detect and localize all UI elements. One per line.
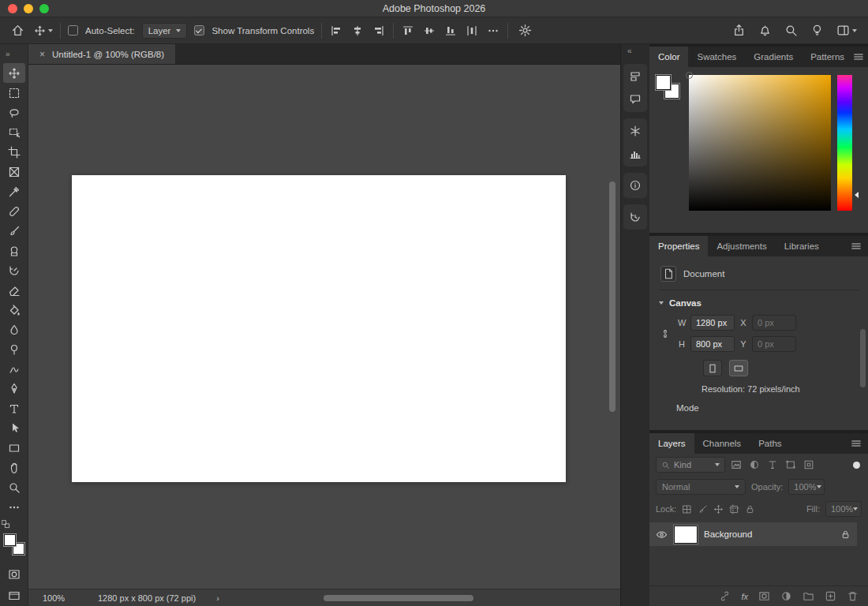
eyedropper-tool[interactable] bbox=[3, 181, 25, 201]
filter-smart-objects-icon[interactable] bbox=[803, 459, 814, 470]
auto-select-checkbox[interactable] bbox=[68, 25, 78, 36]
layer-name[interactable]: Background bbox=[704, 529, 834, 539]
align-center-icon[interactable] bbox=[350, 21, 365, 40]
zoom-window-button[interactable] bbox=[39, 4, 49, 13]
height-field[interactable]: 800 px bbox=[690, 336, 735, 352]
history-brush-tool[interactable] bbox=[3, 260, 25, 280]
portrait-orientation-button[interactable] bbox=[703, 360, 722, 376]
layer-visibility-eye-icon[interactable] bbox=[656, 529, 668, 541]
filter-type-layers-icon[interactable] bbox=[767, 459, 778, 470]
link-layers-icon[interactable] bbox=[719, 590, 731, 602]
discover-lightbulb-icon[interactable] bbox=[807, 21, 826, 40]
crop-tool[interactable] bbox=[3, 142, 25, 162]
minimize-window-button[interactable] bbox=[24, 4, 33, 13]
tab-swatches[interactable]: Swatches bbox=[688, 47, 745, 67]
auto-select-target-dropdown[interactable]: Layer bbox=[142, 23, 188, 39]
lock-all-icon[interactable] bbox=[745, 504, 755, 514]
opacity-dropdown[interactable]: 100% bbox=[788, 479, 825, 495]
tab-color[interactable]: Color bbox=[649, 47, 688, 67]
frame-tool[interactable] bbox=[3, 162, 25, 181]
landscape-orientation-button[interactable] bbox=[729, 360, 748, 376]
blend-mode-dropdown[interactable]: Normal bbox=[656, 479, 746, 495]
snapshot-panel-icon[interactable] bbox=[629, 125, 642, 137]
healing-brush-tool[interactable] bbox=[3, 201, 25, 221]
tab-patterns[interactable]: Patterns bbox=[802, 47, 853, 67]
quick-mask-icon[interactable] bbox=[3, 564, 25, 584]
hue-strip[interactable] bbox=[837, 75, 852, 211]
panel-menu-icon[interactable] bbox=[853, 47, 868, 67]
object-selection-tool[interactable] bbox=[3, 122, 25, 142]
history-panel-icon[interactable] bbox=[629, 211, 642, 223]
home-icon[interactable] bbox=[8, 21, 27, 40]
canvas[interactable] bbox=[72, 175, 566, 482]
distribute-horizontal-icon[interactable] bbox=[465, 21, 479, 40]
workspace-switcher-icon[interactable] bbox=[833, 21, 860, 40]
hue-slider[interactable] bbox=[837, 75, 852, 211]
hand-tool[interactable] bbox=[3, 458, 25, 477]
tab-layers[interactable]: Layers bbox=[649, 433, 694, 454]
gear-icon[interactable] bbox=[515, 21, 534, 40]
info-panel-icon[interactable] bbox=[629, 179, 642, 192]
zoom-tool[interactable] bbox=[3, 477, 25, 497]
share-icon[interactable] bbox=[729, 21, 748, 40]
tab-adjustments[interactable]: Adjustments bbox=[708, 236, 775, 256]
paint-bucket-tool[interactable] bbox=[3, 300, 25, 320]
swap-colors-icon[interactable] bbox=[2, 520, 10, 529]
pen-tool[interactable] bbox=[3, 379, 25, 398]
lasso-tool[interactable] bbox=[3, 103, 25, 122]
lock-position-icon[interactable] bbox=[713, 504, 724, 514]
align-right-icon[interactable] bbox=[372, 21, 386, 40]
close-tab-icon[interactable]: × bbox=[39, 49, 45, 60]
glyphs-panel-icon[interactable] bbox=[629, 70, 642, 83]
show-transform-controls-checkbox[interactable] bbox=[194, 25, 204, 36]
comments-panel-icon[interactable] bbox=[629, 93, 642, 106]
close-window-button[interactable] bbox=[8, 4, 17, 13]
layer-mask-icon[interactable] bbox=[758, 590, 770, 602]
rectangle-shape-tool[interactable] bbox=[3, 438, 25, 458]
path-selection-tool[interactable] bbox=[3, 418, 25, 438]
y-field[interactable]: 0 px bbox=[752, 336, 796, 352]
canvas-viewport[interactable] bbox=[28, 65, 620, 589]
dodge-tool[interactable] bbox=[3, 339, 25, 359]
new-layer-icon[interactable] bbox=[825, 590, 836, 602]
saturation-brightness-field[interactable] bbox=[689, 75, 831, 211]
delete-layer-trash-icon[interactable] bbox=[847, 590, 859, 602]
tab-gradients[interactable]: Gradients bbox=[745, 47, 802, 67]
tab-properties[interactable]: Properties bbox=[649, 236, 708, 256]
tools-collapse-toggle[interactable]: » bbox=[0, 44, 28, 63]
x-field[interactable]: 0 px bbox=[752, 315, 796, 331]
width-field[interactable]: 1280 px bbox=[690, 315, 735, 331]
panel-menu-icon[interactable] bbox=[851, 433, 868, 454]
canvas-section-header[interactable]: Canvas bbox=[659, 298, 859, 308]
vertical-scrollbar[interactable] bbox=[609, 181, 615, 412]
smudge-tool[interactable] bbox=[3, 359, 25, 379]
lock-pixels-icon[interactable] bbox=[698, 504, 708, 514]
expand-panels-toggle[interactable]: « bbox=[621, 47, 649, 58]
rectangular-marquee-tool[interactable] bbox=[3, 83, 25, 103]
tab-libraries[interactable]: Libraries bbox=[776, 236, 828, 256]
new-group-folder-icon[interactable] bbox=[803, 590, 814, 602]
align-middle-icon[interactable] bbox=[422, 21, 436, 40]
align-top-icon[interactable] bbox=[401, 21, 415, 40]
blur-tool[interactable] bbox=[3, 320, 25, 339]
screen-mode-icon[interactable] bbox=[3, 585, 25, 605]
foreground-color-swatch[interactable] bbox=[656, 75, 671, 90]
layer-thumbnail[interactable] bbox=[674, 526, 698, 544]
type-tool[interactable] bbox=[3, 398, 25, 418]
align-left-icon[interactable] bbox=[329, 21, 343, 40]
histogram-panel-icon[interactable] bbox=[629, 148, 642, 160]
lock-artboard-icon[interactable] bbox=[729, 504, 739, 514]
move-tool-preset-icon[interactable] bbox=[34, 21, 53, 40]
filter-shape-layers-icon[interactable] bbox=[785, 459, 796, 470]
move-tool[interactable] bbox=[3, 63, 25, 83]
document-tab[interactable]: × Untitled-1 @ 100% (RGB/8) bbox=[28, 44, 175, 64]
filter-adjustment-layers-icon[interactable] bbox=[749, 459, 760, 470]
layer-row-background[interactable]: Background bbox=[649, 522, 857, 546]
adjustment-layer-icon[interactable] bbox=[780, 590, 792, 602]
fill-dropdown[interactable]: 100% bbox=[825, 501, 862, 517]
clone-stamp-tool[interactable] bbox=[3, 241, 25, 260]
filter-kind-dropdown[interactable]: Kind bbox=[656, 457, 725, 473]
tab-channels[interactable]: Channels bbox=[694, 433, 750, 454]
foreground-color-swatch[interactable] bbox=[4, 534, 16, 546]
brush-tool[interactable] bbox=[3, 221, 25, 241]
